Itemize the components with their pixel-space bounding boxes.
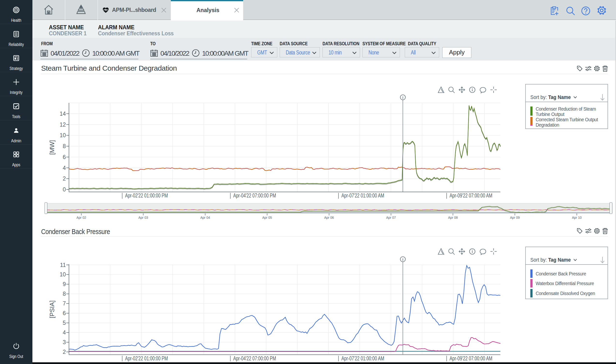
svg-text:2: 2 [63, 349, 66, 355]
svg-text:Apr-09'22 07:00:00 AM: Apr-09'22 07:00:00 AM [449, 355, 492, 362]
svg-text:Apr 06: Apr 06 [324, 215, 334, 220]
svg-text:14: 14 [60, 111, 66, 117]
svg-text:7: 7 [63, 300, 66, 307]
svg-text:5: 5 [63, 320, 66, 326]
svg-text:Apr-07'22 01:00:00 AM: Apr-07'22 01:00:00 AM [341, 192, 384, 199]
svg-text:[MW]: [MW] [48, 140, 56, 155]
svg-text:4: 4 [63, 329, 66, 336]
svg-text:Apr 07: Apr 07 [386, 215, 396, 220]
svg-text:Apr 08: Apr 08 [448, 215, 458, 220]
svg-text:6: 6 [63, 154, 66, 160]
svg-text:Apr-09'22 07:00:00 AM: Apr-09'22 07:00:00 AM [449, 192, 492, 199]
svg-text:Apr-04'22 07:00:00 PM: Apr-04'22 07:00:00 PM [233, 355, 276, 362]
svg-text:9: 9 [63, 281, 66, 287]
svg-text:8: 8 [63, 143, 66, 149]
svg-text:2: 2 [63, 175, 66, 182]
svg-text:i: i [402, 258, 403, 262]
svg-text:10: 10 [60, 132, 66, 138]
svg-text:11: 11 [60, 262, 66, 268]
svg-text:Apr 03: Apr 03 [138, 215, 148, 220]
svg-text:10: 10 [60, 271, 66, 278]
svg-text:4: 4 [63, 165, 66, 171]
svg-text:12: 12 [60, 121, 66, 128]
svg-text:6: 6 [63, 310, 66, 316]
svg-text:Apr-02'22 01:00:00 PM: Apr-02'22 01:00:00 PM [125, 355, 168, 362]
svg-text:8: 8 [63, 291, 66, 297]
svg-text:i: i [402, 96, 403, 100]
svg-text:Apr 04: Apr 04 [200, 215, 210, 220]
svg-text:Apr 05: Apr 05 [262, 215, 272, 220]
svg-text:Apr-07'22 01:00:00 AM: Apr-07'22 01:00:00 AM [341, 355, 384, 362]
svg-text:3: 3 [63, 339, 66, 345]
svg-text:Apr-02'22 01:00:00 PM: Apr-02'22 01:00:00 PM [125, 192, 168, 199]
svg-text:Apr-04'22 07:00:00 PM: Apr-04'22 07:00:00 PM [233, 192, 276, 199]
svg-text:Apr 09: Apr 09 [510, 215, 520, 220]
svg-text:0: 0 [63, 186, 66, 193]
svg-text:Apr 10: Apr 10 [572, 215, 582, 220]
svg-text:Apr 02: Apr 02 [77, 215, 86, 220]
svg-text:[PSIA]: [PSIA] [48, 300, 56, 318]
